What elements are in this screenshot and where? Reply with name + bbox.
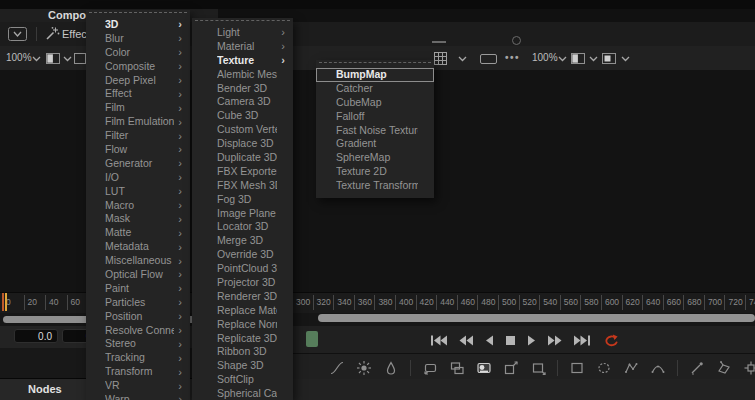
menu-item[interactable]: Optical Flow › <box>86 268 190 282</box>
menu-item[interactable]: Mask › <box>86 212 190 226</box>
color-curves-icon[interactable] <box>329 360 345 376</box>
merge-icon[interactable] <box>449 360 465 376</box>
menu-item[interactable]: Miscellaneous › <box>86 254 190 268</box>
menu-item[interactable]: SphereMap › <box>316 151 434 165</box>
menu-item[interactable]: Generator › <box>86 157 190 171</box>
go-to-end-button[interactable] <box>574 335 590 346</box>
loop-button[interactable] <box>602 334 619 347</box>
menu-item[interactable]: Position › <box>86 310 190 324</box>
menu-item[interactable]: CubeMap › <box>316 96 434 110</box>
menu-item[interactable]: Paint › <box>86 282 190 296</box>
menu-item[interactable]: Filter › <box>86 129 190 143</box>
menu-item[interactable]: Macro › <box>86 199 190 213</box>
magic-wand-icon[interactable] <box>44 26 60 42</box>
stop-button[interactable] <box>506 335 515 346</box>
menu-item[interactable]: Falloff › <box>316 110 434 124</box>
chevron-down-icon[interactable] <box>589 56 598 62</box>
render-range-handle[interactable] <box>306 331 318 347</box>
menu-item[interactable]: Alembic Mesh 3D › <box>192 68 293 82</box>
menu-item[interactable]: I/O › <box>86 171 190 185</box>
ab-buffer-icon[interactable] <box>602 53 616 64</box>
time-value-field[interactable]: 0.0 <box>14 329 58 343</box>
menu-item[interactable]: Duplicate 3D › <box>192 151 293 165</box>
frame-guides-icon[interactable] <box>480 54 497 64</box>
polygon-mask-icon[interactable] <box>623 360 639 376</box>
menu-item[interactable]: Film Emulation › <box>86 115 190 129</box>
menu-item[interactable]: Image Plane 3D › <box>192 207 293 221</box>
menu-item[interactable]: Transform › <box>86 365 190 379</box>
playhead-marker[interactable] <box>2 293 4 311</box>
ellipse-mask-icon[interactable] <box>596 360 612 376</box>
menu-item[interactable]: Spherical Camera › <box>192 387 293 400</box>
menu-item[interactable]: Deep Pixel › <box>86 74 190 88</box>
left-viewer-zoom[interactable]: 100% <box>6 46 32 70</box>
menu-item[interactable]: SoftClip › <box>192 373 293 387</box>
rectangle-mask-icon[interactable] <box>569 360 585 376</box>
menu-item[interactable]: Tracking › <box>86 351 190 365</box>
menu-item[interactable]: Locator 3D › <box>192 220 293 234</box>
menu-item[interactable]: FBX Mesh 3D › <box>192 179 293 193</box>
menu-item[interactable]: Replace Material 3D › <box>192 304 293 318</box>
menu-item[interactable]: BumpMap › <box>316 68 434 82</box>
menu-item[interactable]: Replicate 3D › <box>192 332 293 346</box>
menu-item[interactable]: Particles › <box>86 296 190 310</box>
right-viewer-zoom[interactable]: 100% <box>532 46 558 70</box>
menu-item[interactable]: LUT › <box>86 185 190 199</box>
timeline-scrollbar-thumb[interactable] <box>318 314 755 322</box>
ab-compare-icon[interactable] <box>46 53 60 64</box>
go-to-start-button[interactable] <box>431 335 447 346</box>
menu-item[interactable]: Matte › <box>86 226 190 240</box>
menu-item[interactable]: Texture › <box>192 54 293 68</box>
paint-icon[interactable] <box>689 360 705 376</box>
menu-item[interactable]: Replace Normals 3D › <box>192 318 293 332</box>
play-reverse-button[interactable] <box>485 335 494 346</box>
tracker-icon[interactable] <box>743 360 755 376</box>
blur-icon[interactable] <box>383 360 399 376</box>
menu-item[interactable]: Metadata › <box>86 240 190 254</box>
render-range-marker[interactable] <box>5 293 7 311</box>
layout-dropdown-icon[interactable] <box>8 27 27 41</box>
menu-item[interactable]: Color › <box>86 46 190 60</box>
chevron-down-icon[interactable] <box>458 56 467 62</box>
menu-item[interactable]: Effect › <box>86 87 190 101</box>
menu-item[interactable]: Catcher › <box>316 82 434 96</box>
chevron-down-icon[interactable] <box>63 56 72 62</box>
crop-icon[interactable] <box>530 360 546 376</box>
bspline-mask-icon[interactable] <box>650 360 666 376</box>
menu-item[interactable]: Fog 3D › <box>192 193 293 207</box>
chevron-down-icon[interactable] <box>621 56 630 62</box>
menu-item[interactable]: 3D › <box>86 18 190 32</box>
fast-rewind-button[interactable] <box>459 335 473 346</box>
menu-item[interactable]: Gradient › <box>316 137 434 151</box>
menu-item[interactable]: Shape 3D › <box>192 359 293 373</box>
menu-item[interactable]: Projector 3D › <box>192 276 293 290</box>
chevron-down-icon[interactable] <box>558 56 567 62</box>
menu-item[interactable]: Blur › <box>86 32 190 46</box>
menu-item[interactable]: Texture Transform › <box>316 179 434 193</box>
menu-item[interactable]: Merge 3D › <box>192 234 293 248</box>
menu-item[interactable]: Stereo › <box>86 337 190 351</box>
resize-icon[interactable] <box>503 360 519 376</box>
menu-item[interactable]: Warp › <box>86 393 190 400</box>
menu-item[interactable]: Composite › <box>86 60 190 74</box>
menu-item[interactable]: Texture 2D › <box>316 165 434 179</box>
menu-item[interactable]: Override 3D › <box>192 248 293 262</box>
ab-compare-icon[interactable] <box>571 53 585 64</box>
menu-item[interactable]: PointCloud 3D › <box>192 262 293 276</box>
fast-forward-button[interactable] <box>548 335 562 346</box>
clip-browser-icon[interactable] <box>422 360 438 376</box>
menu-item[interactable]: Resolve Connect › <box>86 324 190 338</box>
play-button[interactable] <box>527 335 536 346</box>
menu-item[interactable]: VR › <box>86 379 190 393</box>
viewer-options-icon[interactable]: ••• <box>505 46 520 70</box>
planar-tracker-icon[interactable] <box>716 360 732 376</box>
menu-item[interactable]: Material › <box>192 40 293 54</box>
menu-item[interactable]: Bender 3D › <box>192 82 293 96</box>
snapshot-icon[interactable] <box>476 360 492 376</box>
menu-item[interactable]: Displace 3D › <box>192 137 293 151</box>
menu-item[interactable]: Light › <box>192 26 293 40</box>
channel-view-icon[interactable] <box>74 53 86 64</box>
menu-item[interactable]: FBX Exporter › <box>192 165 293 179</box>
menu-item[interactable]: Film › <box>86 101 190 115</box>
menu-item[interactable]: Cube 3D › <box>192 109 293 123</box>
